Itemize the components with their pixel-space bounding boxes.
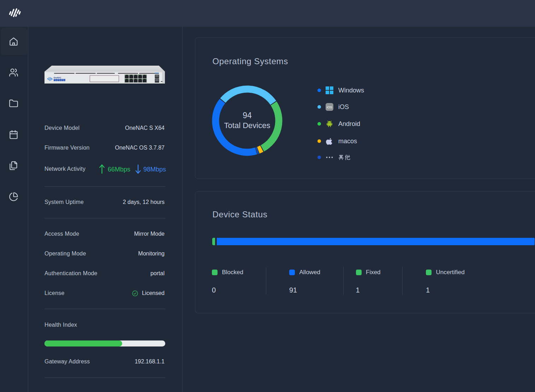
svg-text:98Mbps: 98Mbps xyxy=(143,166,166,173)
svg-text:iOS: iOS xyxy=(327,105,332,109)
svg-text:Total Devices: Total Devices xyxy=(224,121,270,130)
svg-text:94: 94 xyxy=(243,111,252,120)
svg-text:OneNAC: OneNAC xyxy=(54,77,61,79)
svg-text:66Mbps: 66Mbps xyxy=(108,166,130,173)
